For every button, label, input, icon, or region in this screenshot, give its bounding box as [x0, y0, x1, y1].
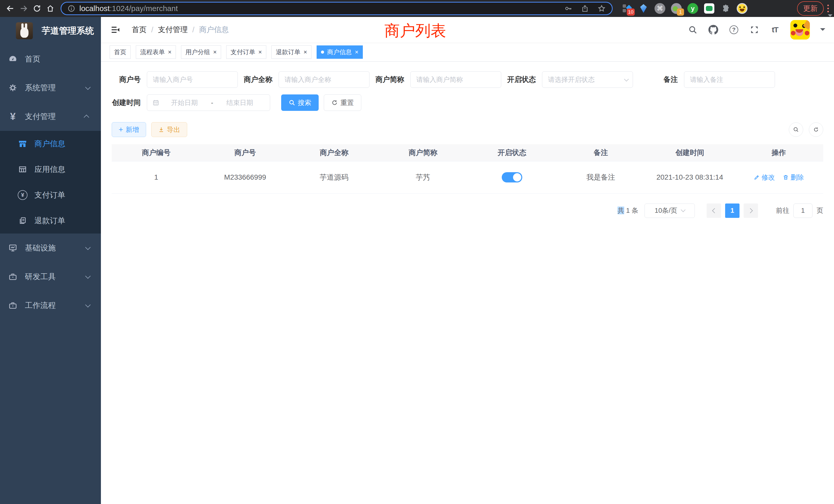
merchant-no-input[interactable]: [147, 71, 238, 88]
col-actions: 操作: [734, 144, 823, 161]
close-icon[interactable]: ×: [213, 49, 217, 55]
logo-rabbit-avatar: [16, 22, 33, 39]
add-button[interactable]: + 新增: [112, 122, 146, 137]
close-icon[interactable]: ×: [168, 49, 172, 55]
extension-profile-icon[interactable]: 1: [671, 3, 682, 14]
chrome-menu-button[interactable]: [827, 5, 829, 12]
laughing-emoji-icon: [737, 3, 747, 14]
help-icon: ?: [729, 25, 738, 34]
sidebar-item-infra[interactable]: 基础设施: [0, 233, 101, 262]
extension-emoji-icon[interactable]: [737, 3, 748, 14]
col-status: 开启状态: [467, 144, 556, 161]
status-toggle[interactable]: [502, 172, 522, 182]
sidebar-item-devtools[interactable]: 研发工具: [0, 262, 101, 291]
help-button[interactable]: ?: [729, 25, 739, 35]
goto-label: 前往: [776, 206, 789, 215]
extensions-puzzle-button[interactable]: [720, 3, 731, 14]
app-window: 芋道管理系统 首页 系统管理 ¥ 支付管理 商户信息: [0, 17, 834, 504]
header-search-button[interactable]: [688, 25, 698, 35]
font-size-button[interactable]: tT: [770, 25, 780, 35]
col-create-time: 创建时间: [645, 144, 734, 161]
cell-remark: 我是备注: [556, 161, 645, 193]
search-button[interactable]: 搜索: [281, 94, 319, 111]
tab-pay-order[interactable]: 支付订单×: [226, 45, 266, 59]
tab-merchant-info[interactable]: 商户信息×: [316, 45, 363, 59]
page-1-button[interactable]: 1: [725, 204, 740, 218]
github-link[interactable]: [708, 25, 719, 35]
remark-input[interactable]: [684, 71, 775, 88]
site-info-icon[interactable]: [68, 5, 75, 12]
extension-gem-icon[interactable]: [638, 3, 649, 14]
tab-flow-form[interactable]: 流程表单×: [136, 45, 176, 59]
close-icon[interactable]: ×: [355, 49, 358, 55]
sidebar-item-workflow[interactable]: 工作流程: [0, 291, 101, 320]
address-bar[interactable]: localhost:1024/pay/merchant: [61, 2, 613, 15]
sidebar-item-home[interactable]: 首页: [0, 45, 101, 73]
browser-reload-button[interactable]: [30, 2, 44, 15]
status-select[interactable]: 请选择开启状态: [542, 71, 633, 88]
sidebar-logo[interactable]: 芋道管理系统: [0, 17, 101, 45]
reset-button[interactable]: 重置: [324, 94, 361, 111]
start-date-placeholder[interactable]: 开始日期: [159, 98, 210, 107]
bookmark-star-icon[interactable]: [597, 4, 606, 13]
back-arrow-icon: [6, 4, 15, 13]
browser-back-button[interactable]: [4, 2, 17, 15]
extension-grid-icon[interactable]: 10: [621, 3, 633, 14]
tab-refund-order[interactable]: 退款订单×: [271, 45, 311, 59]
chevron-up-icon: [84, 114, 89, 120]
page-size-select[interactable]: 10条/页: [644, 204, 695, 218]
browser-home-button[interactable]: [44, 2, 57, 15]
close-icon[interactable]: ×: [258, 49, 262, 55]
chevron-down-icon: [624, 77, 629, 81]
sidebar: 芋道管理系统 首页 系统管理 ¥ 支付管理 商户信息: [0, 17, 101, 504]
cell-short-name: 芋艿: [378, 161, 467, 193]
refresh-icon: [331, 99, 338, 106]
create-time-range-picker[interactable]: 开始日期 - 结束日期: [147, 94, 270, 111]
gem-icon: [640, 4, 647, 13]
main-area: 商户列表 首页 / 支付管理 / 商户信息 ?: [101, 17, 834, 504]
breadcrumb-payment[interactable]: 支付管理: [158, 25, 188, 35]
close-icon[interactable]: ×: [304, 49, 307, 55]
tab-home[interactable]: 首页: [110, 45, 131, 59]
chevron-down-icon: [85, 302, 91, 307]
chrome-update-button[interactable]: 更新: [797, 1, 824, 16]
gear-icon: [8, 83, 18, 93]
breadcrumb-home[interactable]: 首页: [132, 25, 147, 35]
sidebar-item-merchant-info[interactable]: 商户信息: [0, 131, 101, 157]
full-name-input[interactable]: [279, 71, 370, 88]
cell-create-time: 2021-10-23 08:31:14: [645, 161, 734, 193]
reload-icon: [33, 4, 41, 13]
col-merchant-no: 商户号: [200, 144, 289, 161]
sidebar-collapse-button[interactable]: [110, 24, 121, 36]
export-button[interactable]: 导出: [151, 122, 187, 137]
refresh-table-button[interactable]: [809, 122, 823, 137]
sidebar-item-label: 工作流程: [25, 300, 56, 311]
user-avatar[interactable]: [790, 20, 810, 40]
sidebar-item-label: 应用信息: [35, 164, 65, 175]
goto-page-input[interactable]: [793, 204, 812, 218]
browser-forward-button[interactable]: [17, 2, 30, 15]
avatar-dropdown-caret-icon[interactable]: [820, 28, 825, 33]
extension-chat-icon[interactable]: [704, 3, 715, 14]
sidebar-item-system[interactable]: 系统管理: [0, 73, 101, 102]
short-name-input[interactable]: [410, 71, 501, 88]
sidebar-item-app-info[interactable]: 应用信息: [0, 157, 101, 182]
share-icon[interactable]: [581, 4, 589, 13]
end-date-placeholder[interactable]: 结束日期: [215, 98, 265, 107]
filter-label-short-name: 商户简称: [375, 75, 404, 85]
merchant-table: 商户编号 商户号 商户全称 商户简称 开启状态 备注 创建时间 操作 1 M23…: [112, 144, 823, 194]
extension-command-icon[interactable]: ⌘: [654, 3, 665, 14]
edit-link[interactable]: 修改: [754, 173, 775, 182]
fullscreen-button[interactable]: [749, 25, 760, 35]
chevron-down-icon: [681, 207, 685, 212]
delete-link[interactable]: 删除: [783, 173, 804, 182]
toggle-search-button[interactable]: [789, 122, 803, 137]
password-key-icon[interactable]: [564, 4, 572, 13]
sidebar-item-payment[interactable]: ¥ 支付管理: [0, 102, 101, 131]
next-page-button[interactable]: [744, 204, 758, 218]
extension-y-icon[interactable]: y: [687, 3, 698, 14]
prev-page-button[interactable]: [707, 204, 721, 218]
tab-user-group[interactable]: 用户分组×: [181, 45, 221, 59]
sidebar-item-pay-order[interactable]: ¥ 支付订单: [0, 182, 101, 208]
sidebar-item-refund-order[interactable]: 退款订单: [0, 208, 101, 233]
